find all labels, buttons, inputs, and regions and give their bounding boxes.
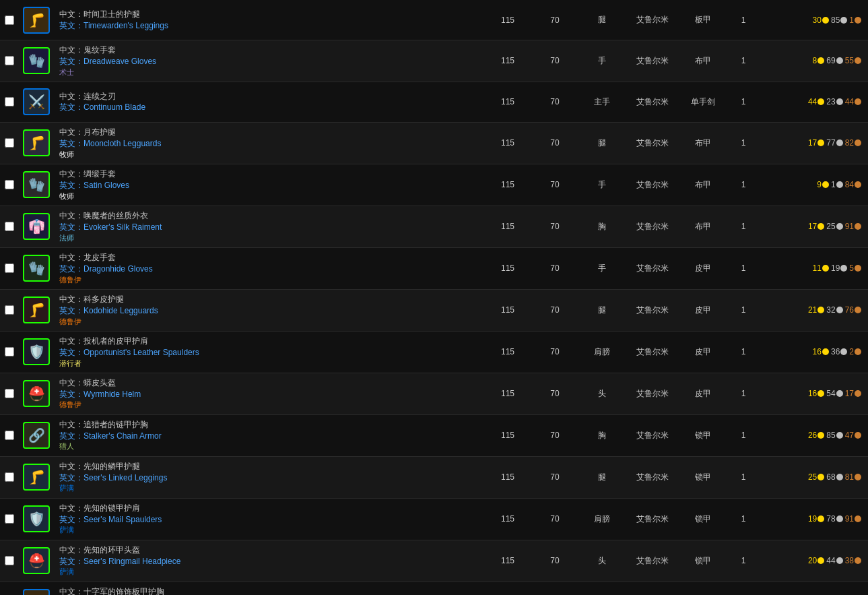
gold-icon <box>817 223 824 230</box>
table-row: 🛡️ 中文：先知的锁甲护肩 英文：Seer's Mail Spaulders 萨… <box>0 499 868 540</box>
item-name-en[interactable]: 英文：Timewarden's Leggings <box>59 20 479 32</box>
item-slot: 肩膀 <box>578 344 626 361</box>
copper-amount: 81 <box>845 472 854 482</box>
price-copper: 55 <box>845 56 863 65</box>
row-checkbox[interactable] <box>5 138 14 148</box>
item-icon: 🏆 <box>23 589 50 595</box>
row-checkbox[interactable] <box>5 556 14 565</box>
item-name-zh: 中文：追猎者的链甲护胸 <box>59 419 479 431</box>
row-checkbox[interactable] <box>5 431 14 440</box>
row-checkbox[interactable] <box>5 180 14 189</box>
copper-icon <box>855 390 861 397</box>
item-class: 术士 <box>59 67 479 77</box>
item-type: 布甲 <box>679 53 727 69</box>
silver-icon <box>840 17 847 24</box>
row-checkbox-col <box>0 344 19 359</box>
item-level: 115 <box>484 344 531 359</box>
item-name-col: 中文：蟒皮头盔 英文：Wyrmhide Helm 德鲁伊 <box>54 373 484 414</box>
item-icon-col: 🦵 <box>19 294 54 326</box>
silver-amount: 32 <box>826 305 835 315</box>
item-type: 板甲 <box>679 11 727 28</box>
gold-amount: 17 <box>808 222 817 231</box>
price-copper: 38 <box>845 556 863 565</box>
row-checkbox-col <box>0 177 19 192</box>
price-silver: 1 <box>831 180 844 189</box>
item-count: 1 <box>727 53 760 68</box>
item-slot: 腿 <box>578 135 626 152</box>
item-level: 115 <box>484 135 531 150</box>
item-price: 8 69 55 <box>760 53 868 68</box>
gold-amount: 26 <box>808 431 817 440</box>
row-checkbox[interactable] <box>5 222 14 231</box>
price-silver: 36 <box>831 347 848 356</box>
item-level: 115 <box>484 386 531 401</box>
item-level: 115 <box>484 511 531 526</box>
copper-icon <box>855 139 861 146</box>
copper-amount: 17 <box>845 389 854 398</box>
item-price: 21 32 76 <box>760 303 868 317</box>
item-price: 16 54 17 <box>760 386 868 401</box>
price-gold: 44 <box>808 97 826 106</box>
item-slot: 手 <box>578 177 626 193</box>
row-checkbox[interactable] <box>5 56 14 65</box>
table-row: 👘 中文：唤魔者的丝质外衣 英文：Evoker's Silk Raiment 法… <box>0 206 868 248</box>
price-silver: 32 <box>826 305 844 315</box>
item-name-en[interactable]: 英文：Continuum Blade <box>59 102 479 113</box>
item-icon: 🦵 <box>23 7 50 34</box>
item-req-level: 70 <box>531 261 578 276</box>
item-req-level: 70 <box>531 344 578 359</box>
row-checkbox[interactable] <box>5 15 14 25</box>
item-name-col: 中文：唤魔者的丝质外衣 英文：Evoker's Silk Raiment 法师 <box>54 206 484 247</box>
gold-icon <box>822 181 829 188</box>
table-row: 🦵 中文：先知的鳞甲护腿 英文：Seer's Linked Leggings 萨… <box>0 457 868 499</box>
item-count: 1 <box>727 386 760 401</box>
row-checkbox[interactable] <box>5 263 14 273</box>
item-name-en[interactable]: 英文：Evoker's Silk Raiment <box>59 222 479 233</box>
item-name-en[interactable]: 英文：Seer's Mail Spaulders <box>59 514 479 526</box>
row-checkbox-col <box>0 511 19 526</box>
item-slot: 手 <box>578 53 626 69</box>
item-name-en[interactable]: 英文：Opportunist's Leather Spaulders <box>59 347 479 358</box>
item-name-en[interactable]: 英文：Dragonhide Gloves <box>59 263 479 275</box>
copper-icon <box>855 17 861 24</box>
item-name-en[interactable]: 英文：Dreadweave Gloves <box>59 56 479 67</box>
row-checkbox-col <box>0 553 19 568</box>
item-icon: 🦵 <box>23 129 50 156</box>
item-type: 布甲 <box>679 177 727 193</box>
table-row: 🧤 中文：龙皮手套 英文：Dragonhide Gloves 德鲁伊 115 7… <box>0 248 868 290</box>
item-price: 25 68 81 <box>760 470 868 484</box>
item-req-level: 70 <box>531 94 578 109</box>
row-checkbox[interactable] <box>5 389 14 398</box>
row-checkbox-col <box>0 303 19 317</box>
item-name-en[interactable]: 英文：Stalker's Chain Armor <box>59 431 479 442</box>
price-copper: 91 <box>845 514 863 524</box>
item-name-en[interactable]: 英文：Satin Gloves <box>59 180 479 191</box>
price-gold: 21 <box>808 305 826 315</box>
item-name-en[interactable]: 英文：Wyrmhide Helm <box>59 389 479 400</box>
row-checkbox-col <box>0 261 19 276</box>
silver-amount: 1 <box>831 180 836 189</box>
item-name-en[interactable]: 英文：Seer's Ringmail Headpiece <box>59 556 479 567</box>
silver-icon <box>836 432 843 439</box>
item-price: 17 77 82 <box>760 135 868 150</box>
copper-amount: 47 <box>845 431 854 440</box>
row-checkbox[interactable] <box>5 97 14 106</box>
item-name-en[interactable]: 英文：Mooncloth Legguards <box>59 138 479 150</box>
price-silver: 54 <box>826 389 844 398</box>
copper-amount: 91 <box>845 514 854 524</box>
row-checkbox[interactable] <box>5 514 14 524</box>
silver-amount: 44 <box>826 556 835 565</box>
item-icon-col: 🛡️ <box>19 503 54 535</box>
row-checkbox[interactable] <box>5 305 14 315</box>
item-count: 1 <box>727 219 760 234</box>
row-checkbox[interactable] <box>5 472 14 482</box>
item-name-en[interactable]: 英文：Kodohide Legguards <box>59 305 479 317</box>
silver-amount: 23 <box>826 97 835 106</box>
table-row: ⛑️ 中文：先知的环甲头盔 英文：Seer's Ringmail Headpie… <box>0 540 868 582</box>
item-name-en[interactable]: 英文：Seer's Linked Leggings <box>59 472 479 484</box>
item-faction: 艾鲁尔米 <box>626 427 679 444</box>
item-class: 法师 <box>59 233 479 243</box>
silver-icon <box>836 139 843 146</box>
row-checkbox[interactable] <box>5 347 14 356</box>
silver-amount: 77 <box>826 138 835 148</box>
